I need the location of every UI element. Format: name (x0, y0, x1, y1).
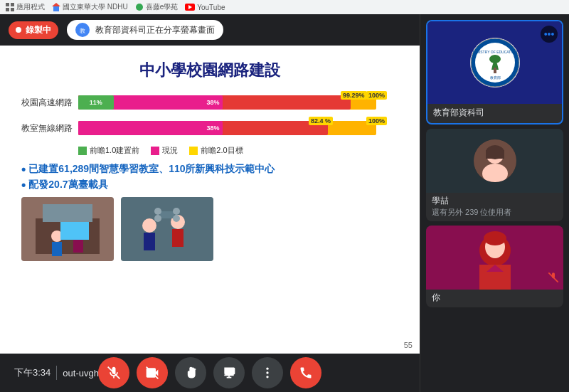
svg-point-30 (266, 371, 268, 374)
leaf-icon (135, 3, 144, 11)
present-button[interactable] (213, 357, 245, 388)
svg-rect-43 (486, 150, 504, 159)
svg-rect-19 (121, 197, 213, 261)
sharing-icon: 教 (75, 23, 90, 37)
svg-point-31 (266, 376, 268, 378)
bars-2: 38% 82.4 % 100% (78, 118, 398, 138)
pct-badge-100-1: 100% (366, 91, 387, 100)
slide-number: 55 (404, 341, 413, 349)
self-video (459, 226, 531, 290)
svg-rect-1 (11, 3, 14, 6)
participant-video-edu: MINISTRY OF EDUCATION 教育部 ••• (427, 21, 562, 104)
recording-label: 錄製中 (26, 24, 51, 36)
svg-rect-13 (43, 204, 92, 222)
participant-card-xz: 學喆 還有另外 239 位使用者 (426, 129, 563, 221)
tab-elearning[interactable]: 喜藤e學苑 (135, 2, 179, 12)
bars-1: 11% 38% 99.29% (78, 92, 398, 112)
meeting-time: 下午3:34 (14, 366, 50, 379)
time-divider (56, 366, 57, 380)
bullet-2: • 配發20.7萬臺載具 (21, 179, 398, 191)
camera-button[interactable] (137, 357, 168, 388)
mic-muted-icon (107, 366, 121, 380)
legend-before: 前瞻1.0建置前 (78, 145, 139, 156)
rec-dot (16, 27, 21, 33)
svg-point-26 (173, 208, 180, 215)
photos-row (21, 197, 398, 261)
self-mute-icon (548, 272, 559, 285)
browser-bar: 應用程式 國立東華大學 NDHU 喜藤e學苑 YouTube (0, 0, 569, 14)
tab-group: 應用程式 國立東華大學 NDHU 喜藤e學苑 YouTube (6, 2, 225, 12)
chart-row-1: 校園高速網路 11% 38% (21, 92, 398, 112)
tab-ndhu[interactable]: 國立東華大學 NDHU (52, 2, 128, 12)
mic-slash-icon (548, 272, 559, 283)
more-icon (260, 366, 275, 380)
bullet-section: • 已建置61,289間智慧學習教室、110所新興科技示範中心 • 配發20.7… (21, 163, 398, 191)
photo-2 (121, 197, 213, 261)
meeting-top-bar: 錄製中 教 教育部資科司正在分享螢幕畫面 (0, 14, 420, 46)
sidebar: MINISTRY OF EDUCATION 教育部 ••• 教育部資科司 (420, 14, 569, 392)
tab-apps[interactable]: 應用程式 (6, 2, 45, 12)
legend-dot-pink (151, 147, 159, 155)
bullet-dot-2: • (21, 179, 26, 191)
legend-target: 前瞻2.0目標 (189, 145, 243, 156)
svg-text:MINISTRY OF EDUCATION: MINISTRY OF EDUCATION (472, 50, 517, 54)
svg-point-28 (173, 215, 180, 222)
more-button[interactable] (252, 357, 283, 388)
photo-svg-2 (121, 197, 213, 261)
legend-dot-green (78, 147, 87, 155)
chart-section: 校園高速網路 11% 38% (21, 92, 398, 138)
grid-icon (6, 3, 14, 11)
presentation-area: 錄製中 教 教育部資科司正在分享螢幕畫面 中小學校園網路建設 (0, 14, 420, 392)
bar-green-1: 11% (78, 95, 114, 110)
svg-rect-23 (172, 229, 184, 247)
svg-marker-5 (52, 3, 60, 6)
hand-icon (184, 366, 198, 380)
svg-rect-21 (144, 233, 155, 250)
pct-badge-82: 82.4 % (309, 117, 333, 125)
svg-rect-17 (73, 238, 83, 253)
bar-pink-2: 38% (78, 121, 223, 135)
recording-badge: 錄製中 (9, 21, 58, 39)
photo-1 (21, 197, 114, 261)
participant-name-edu: 教育部資科司 (427, 104, 562, 123)
bullet-dot-1: • (21, 163, 26, 176)
avatar-xz (474, 139, 516, 182)
photo-svg-1 (21, 197, 114, 261)
svg-point-36 (489, 55, 501, 63)
end-call-button[interactable] (290, 357, 321, 388)
svg-point-29 (266, 368, 268, 370)
svg-text:教育部: 教育部 (489, 75, 500, 80)
svg-rect-37 (494, 68, 496, 73)
svg-rect-18 (60, 222, 89, 240)
self-label: 你 (432, 292, 558, 304)
sharing-label: 教育部資科司正在分享螢幕畫面 (95, 24, 215, 36)
bullet-1: • 已建置61,289間智慧學習教室、110所新興科技示範中心 (21, 163, 398, 176)
participant-name-xz: 學喆 還有另外 239 位使用者 (426, 193, 563, 221)
svg-point-6 (136, 4, 143, 11)
pct-badge-99: 99.29% (341, 91, 367, 100)
raise-hand-button[interactable] (175, 357, 206, 388)
svg-rect-24 (160, 211, 174, 218)
svg-rect-2 (6, 8, 9, 11)
more-options-button-edu[interactable]: ••• (541, 26, 558, 43)
svg-rect-15 (52, 242, 62, 256)
slide-content: 中小學校園網路建設 校園高速網路 11% 38% (0, 46, 420, 354)
chart-row-2: 教室無線網路 38% 82.4 % (21, 118, 398, 138)
mic-button[interactable] (98, 357, 129, 388)
participant-card-self: 你 (426, 226, 563, 307)
camera-off-icon (145, 366, 159, 380)
participant-video-self (426, 226, 563, 290)
legend-current: 現況 (151, 145, 178, 156)
participant-label-xz: 學喆 (432, 195, 558, 207)
legend-dot-yellow (189, 147, 198, 155)
edu-emblem: MINISTRY OF EDUCATION 教育部 (470, 38, 520, 88)
participant-extra-xz: 還有另外 239 位使用者 (432, 207, 558, 218)
edu-logo: MINISTRY OF EDUCATION 教育部 (470, 38, 520, 88)
svg-text:教: 教 (80, 28, 85, 34)
participant-name-self: 你 (426, 290, 563, 307)
sharing-badge: 教 教育部資科司正在分享螢幕畫面 (67, 20, 223, 40)
pct-badge-100-2: 100% (366, 117, 387, 125)
participant-card-edu: MINISTRY OF EDUCATION 教育部 ••• 教育部資科司 (426, 20, 563, 125)
tab-youtube[interactable]: YouTube (185, 4, 225, 11)
meeting-bottom-bar: 下午3:34 out-uvgh-pep (0, 354, 420, 392)
